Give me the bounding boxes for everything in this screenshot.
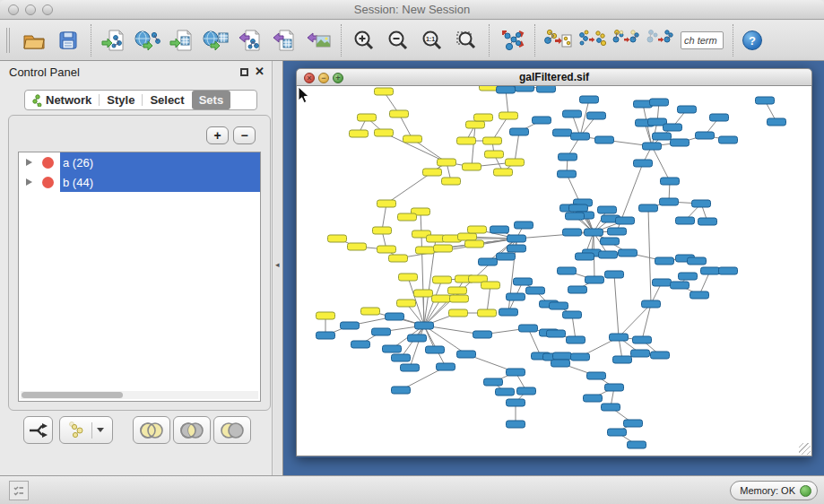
network-window-titlebar[interactable]: × − + galFiltered.sif [296,68,812,86]
graph-node[interactable] [483,137,502,144]
graph-node[interactable] [432,295,451,302]
minimize-view-button[interactable]: − [318,73,329,83]
graph-node[interactable] [580,96,599,103]
graph-node[interactable] [466,121,485,128]
graph-node[interactable] [494,169,513,176]
chevron-down-icon[interactable] [97,428,104,432]
union-sets-button[interactable] [133,416,170,444]
graph-node[interactable] [710,114,729,121]
horizontal-scrollbar[interactable] [21,391,258,399]
graph-node[interactable] [372,328,391,335]
graph-node[interactable] [633,336,652,343]
graph-node[interactable] [537,86,556,92]
graph-node[interactable] [499,112,518,119]
graph-node[interactable] [457,351,476,358]
graph-node[interactable] [559,153,577,161]
graph-node[interactable] [479,258,498,265]
graph-node[interactable] [650,99,669,106]
graph-node[interactable] [608,429,627,436]
search-input[interactable] [681,31,724,49]
tab-select[interactable]: Select [143,91,191,109]
graph-node[interactable] [398,213,417,221]
set-row-b[interactable]: b (44) [19,172,260,192]
graph-node[interactable] [599,251,618,258]
remove-set-button[interactable]: − [233,126,256,144]
graph-node[interactable] [768,118,786,126]
graph-node[interactable] [585,229,603,236]
graph-node[interactable] [490,226,509,233]
graph-node[interactable] [563,110,582,117]
graph-node[interactable] [377,200,396,207]
tab-sets[interactable]: Sets [192,91,230,109]
graph-node[interactable] [605,271,624,278]
export-network-button[interactable] [233,23,267,57]
graph-node[interactable] [619,249,638,256]
graph-node[interactable] [348,243,367,250]
zoom-window-button[interactable] [42,4,53,15]
graph-node[interactable] [628,441,646,448]
graph-edge[interactable] [515,132,519,162]
graph-node[interactable] [678,106,697,113]
zoom-fit-selected-button[interactable] [449,23,483,57]
graph-node[interactable] [499,308,518,316]
graph-node[interactable] [553,129,572,136]
graph-node[interactable] [558,170,577,178]
graph-node[interactable] [468,226,487,233]
graph-node[interactable] [375,129,394,136]
graph-node[interactable] [568,286,587,293]
tab-style[interactable]: Style [100,91,142,109]
graph-edge[interactable] [652,146,670,181]
graph-edge[interactable] [614,274,619,337]
graph-node[interactable] [595,136,614,143]
graph-node[interactable] [643,143,662,150]
graph-node[interactable] [660,198,679,205]
graph-node[interactable] [515,222,533,229]
network-graph[interactable] [297,86,811,456]
graph-node[interactable] [598,206,617,213]
graph-node[interactable] [566,213,585,220]
graph-node[interactable] [449,309,468,317]
graph-node[interactable] [377,246,396,253]
graph-node[interactable] [450,295,469,302]
graph-node[interactable] [496,388,515,395]
graph-node[interactable] [631,350,650,357]
graph-node[interactable] [613,356,632,363]
scrollbar-thumb[interactable] [22,392,123,398]
graph-node[interactable] [651,352,670,359]
graph-node[interactable] [397,300,416,307]
float-panel-icon[interactable] [240,68,248,76]
graph-node[interactable] [576,253,594,260]
ghost-network-button[interactable] [643,23,677,57]
graph-node[interactable] [317,312,335,319]
close-view-button[interactable]: × [304,73,315,83]
collapse-panel-arrow-icon[interactable]: ◂ [275,260,280,269]
close-panel-icon[interactable]: ✕ [255,65,265,78]
graph-node[interactable] [624,420,643,427]
graph-node[interactable] [448,287,467,294]
graph-node[interactable] [361,308,380,315]
graph-node[interactable] [616,217,635,224]
graph-node[interactable] [392,387,411,394]
graph-node[interactable] [701,267,720,274]
panel-splitter[interactable]: ◂ [273,61,283,475]
create-set-from-network-button[interactable] [59,416,113,444]
set-row-a[interactable]: a (26) [19,152,260,172]
graph-node[interactable] [442,178,461,185]
graph-node[interactable] [383,345,402,352]
graph-node[interactable] [567,336,585,343]
merge-networks-button[interactable] [575,23,609,57]
graph-node[interactable] [401,364,420,371]
export-image-button[interactable] [301,23,335,57]
graph-node[interactable] [497,86,516,93]
graph-node[interactable] [563,229,582,236]
graph-node[interactable] [690,291,709,299]
graph-node[interactable] [608,228,627,235]
maximize-view-button[interactable]: + [333,73,343,83]
graph-node[interactable] [480,86,499,91]
graph-node[interactable] [661,178,680,185]
graph-node[interactable] [408,335,427,342]
graph-node[interactable] [587,112,606,119]
import-table-file-button[interactable] [165,23,199,57]
graph-node[interactable] [478,309,497,317]
graph-node[interactable] [507,369,525,376]
